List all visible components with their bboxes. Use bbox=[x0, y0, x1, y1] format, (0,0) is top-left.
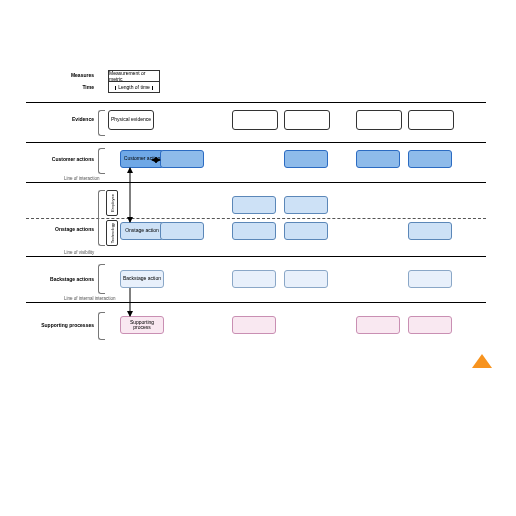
support-box-4 bbox=[356, 316, 400, 334]
customer-box-0: Customer action bbox=[120, 150, 164, 168]
support-box-5 bbox=[408, 316, 452, 334]
divider-evidence bbox=[26, 142, 486, 143]
vertical-employee: Employee bbox=[106, 190, 118, 216]
backstage-box-5 bbox=[408, 270, 452, 288]
evidence-box-4 bbox=[356, 110, 402, 130]
evidence-box-2 bbox=[232, 110, 278, 130]
backstage-box-3 bbox=[284, 270, 328, 288]
bracket-backstage bbox=[98, 264, 105, 294]
lane-label-customer: Customer actions bbox=[26, 156, 94, 162]
onstage1-box-2 bbox=[232, 196, 276, 214]
bracket-evidence bbox=[98, 110, 105, 136]
backstage-box-2 bbox=[232, 270, 276, 288]
support-box-2 bbox=[232, 316, 276, 334]
line-of-interaction bbox=[26, 182, 486, 183]
bracket-support bbox=[98, 312, 105, 340]
evidence-box-0: Physical evidence bbox=[108, 110, 154, 130]
lane-label-evidence: Evidence bbox=[26, 116, 94, 122]
evidence-box-3 bbox=[284, 110, 330, 130]
onstage2-box-1 bbox=[160, 222, 204, 240]
onstage2-box-5 bbox=[408, 222, 452, 240]
customer-box-4 bbox=[356, 150, 400, 168]
customer-box-1 bbox=[160, 150, 204, 168]
lane-label-backstage: Backstage actions bbox=[26, 276, 94, 282]
measures-label: Measures bbox=[26, 72, 94, 78]
vertical-technology: Technology bbox=[106, 220, 118, 246]
subtitle-internal: Line of internal interaction bbox=[64, 296, 116, 301]
line-of-internal-interaction bbox=[26, 302, 486, 303]
onstage2-box-0: Onstage action bbox=[120, 222, 164, 240]
subtitle-visibility: Line of visibility bbox=[64, 250, 94, 255]
onstage2-box-2 bbox=[232, 222, 276, 240]
onstage1-box-3 bbox=[284, 196, 328, 214]
lane-label-onstage: Onstage actions bbox=[26, 226, 94, 232]
lane-label-support: Supporting processes bbox=[26, 322, 94, 328]
backstage-box-0: Backstage action bbox=[120, 270, 164, 288]
onstage2-box-3 bbox=[284, 222, 328, 240]
time-cell: Length of time bbox=[109, 82, 159, 92]
bracket-customer bbox=[98, 148, 105, 174]
measurement-box: Measurement or metric Length of time bbox=[108, 70, 160, 93]
time-label: Time bbox=[26, 84, 94, 90]
subtitle-interaction: Line of interaction bbox=[64, 176, 100, 181]
divider-onstage-dashed bbox=[26, 218, 486, 219]
support-box-0: Supporting process bbox=[120, 316, 164, 334]
measurement-metric-cell: Measurement or metric bbox=[109, 71, 159, 82]
watermark-triangle-icon bbox=[468, 352, 496, 372]
line-of-visibility bbox=[26, 256, 486, 257]
divider-top bbox=[26, 102, 486, 103]
bracket-onstage bbox=[98, 190, 105, 246]
customer-box-5 bbox=[408, 150, 452, 168]
evidence-box-5 bbox=[408, 110, 454, 130]
customer-box-3 bbox=[284, 150, 328, 168]
svg-marker-3 bbox=[472, 354, 492, 368]
